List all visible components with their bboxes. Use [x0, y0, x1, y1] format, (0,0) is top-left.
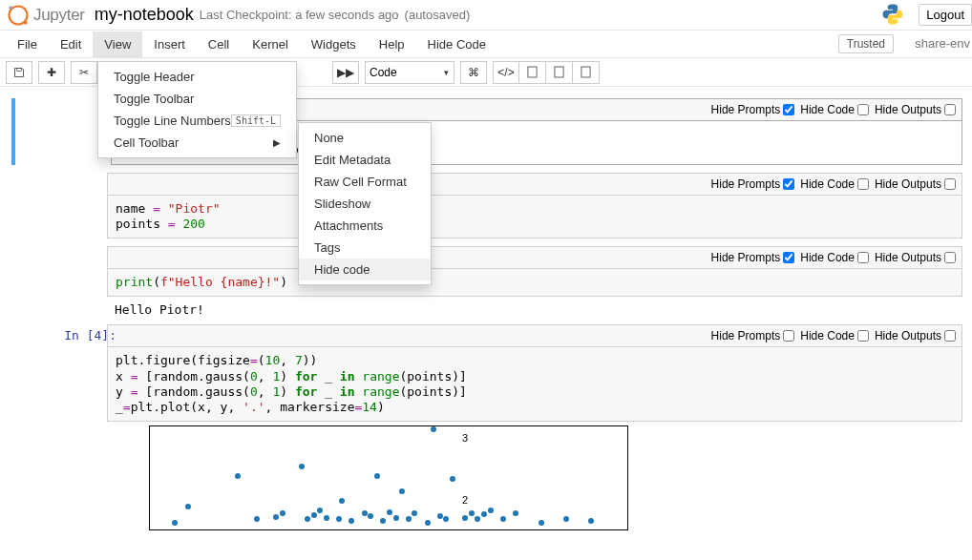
scatter-point	[299, 464, 305, 469]
menu-view[interactable]: View	[93, 31, 142, 57]
hide-code-toggle[interactable]: Hide Code	[800, 329, 869, 342]
code-input[interactable]: print(f"Hello {name}!")	[107, 268, 962, 297]
scatter-point	[339, 498, 345, 504]
hide-outputs-toggle[interactable]: Hide Outputs	[875, 103, 956, 116]
hide-outputs-toggle[interactable]: Hide Outputs	[875, 329, 956, 342]
hide-outputs-toggle[interactable]: Hide Outputs	[875, 251, 956, 264]
ct-attachments[interactable]: Attachments	[299, 215, 431, 237]
scatter-point	[500, 516, 506, 522]
scatter-point	[431, 426, 436, 432]
doc-icon-1[interactable]	[519, 61, 546, 84]
submenu-arrow-icon: ▶	[273, 137, 281, 148]
scatter-point	[450, 476, 455, 482]
scatter-point	[437, 513, 443, 519]
toggle-toolbar-item[interactable]: Toggle Toolbar	[98, 88, 296, 110]
ct-tags[interactable]: Tags	[299, 237, 431, 259]
scatter-point	[336, 516, 342, 522]
autosaved-text: (autosaved)	[405, 8, 471, 22]
add-cell-button[interactable]: ✚	[38, 61, 65, 84]
menu-file[interactable]: File	[6, 31, 49, 57]
python-icon	[880, 2, 905, 27]
hide-prompts-toggle[interactable]: Hide Prompts	[711, 251, 795, 264]
menu-hide-code[interactable]: Hide Code	[416, 31, 497, 57]
hide-prompts-toggle[interactable]: Hide Prompts	[711, 329, 795, 342]
scatter-point	[324, 515, 329, 521]
menu-insert[interactable]: Insert	[142, 31, 197, 57]
scatter-point	[280, 510, 285, 516]
scatter-plot-output: 3 2	[107, 425, 953, 530]
ct-hide-code[interactable]: Hide code	[299, 259, 431, 280]
menu-help[interactable]: Help	[368, 31, 416, 57]
scatter-point	[412, 510, 417, 516]
scatter-point	[425, 520, 431, 526]
svg-point-2	[24, 20, 28, 24]
scatter-point	[406, 516, 412, 522]
code-cell-3[interactable]: Hide Prompts Hide Code Hide Outputs prin…	[11, 246, 962, 322]
svg-rect-4	[528, 67, 537, 77]
kernel-name[interactable]: share-env	[915, 36, 972, 51]
scatter-point	[380, 518, 386, 524]
cell-toolbar-row: Hide Prompts Hide Code Hide Outputs	[107, 173, 962, 195]
scatter-point	[399, 488, 405, 494]
restart-ff-button[interactable]: ▶▶	[332, 61, 359, 84]
menu-cell[interactable]: Cell	[197, 31, 241, 57]
scatter-point	[475, 516, 480, 522]
celltype-select[interactable]: Code	[365, 61, 454, 84]
scatter-point	[488, 508, 494, 513]
cell-toolbar-row: Hide Prompts Hide Code Hide Outputs	[107, 324, 962, 346]
scatter-point	[462, 515, 468, 521]
toggle-header-item[interactable]: Toggle Header	[98, 66, 296, 88]
hide-code-toggle[interactable]: Hide Code	[800, 177, 869, 191]
ct-edit-metadata[interactable]: Edit Metadata	[299, 149, 431, 171]
hide-code-toggle[interactable]: Hide Code	[800, 103, 869, 116]
cell-prompt: In [4]:	[29, 328, 124, 342]
scatter-point	[311, 512, 317, 518]
cell-toolbar-row: Hide Prompts Hide Code Hide Outputs	[107, 246, 962, 268]
scatter-point	[481, 511, 487, 517]
notebook-name[interactable]: my-notebook	[95, 5, 194, 25]
hide-code-toggle[interactable]: Hide Code	[800, 251, 869, 264]
doc-icon-2[interactable]	[546, 61, 573, 84]
logout-button[interactable]: Logout	[919, 4, 972, 26]
command-palette-button[interactable]: ⌘	[460, 61, 487, 84]
doc-icon-3[interactable]	[573, 61, 600, 84]
hide-prompts-toggle[interactable]: Hide Prompts	[711, 177, 795, 191]
code-input[interactable]: name = "Piotr" points = 200	[107, 195, 962, 239]
save-button[interactable]	[6, 61, 32, 84]
hide-outputs-toggle[interactable]: Hide Outputs	[875, 177, 956, 191]
scatter-point	[185, 504, 191, 509]
menu-edit[interactable]: Edit	[49, 31, 93, 57]
ct-raw-cell-format[interactable]: Raw Cell Format	[299, 171, 431, 193]
cell-toolbar-item[interactable]: Cell Toolbar▶	[98, 132, 296, 154]
menu-widgets[interactable]: Widgets	[300, 31, 368, 57]
view-dropdown: Toggle Header Toggle Toolbar Toggle Line…	[97, 61, 297, 158]
menubar: File Edit View Insert Cell Kernel Widget…	[0, 31, 972, 58]
code-cell-2[interactable]: Hide Prompts Hide Code Hide Outputs name…	[11, 173, 962, 239]
cell-toolbar-submenu: None Edit Metadata Raw Cell Format Slide…	[298, 122, 432, 285]
ct-slideshow[interactable]: Slideshow	[299, 193, 431, 215]
checkpoint-text: Last Checkpoint: a few seconds ago	[200, 8, 399, 22]
scatter-point	[513, 510, 518, 516]
scatter-point	[235, 473, 241, 479]
code-tag-icon[interactable]: </>	[493, 61, 519, 84]
scatter-point	[349, 518, 354, 524]
scatter-point	[172, 520, 178, 526]
code-cell-4[interactable]: In [4]: Hide Prompts Hide Code Hide Outp…	[11, 324, 962, 422]
scatter-point	[563, 516, 569, 522]
scatter-point	[374, 473, 380, 479]
trusted-indicator[interactable]: Trusted	[838, 34, 894, 53]
notebook-header: Jupyter my-notebook Last Checkpoint: a f…	[0, 0, 972, 31]
menu-kernel[interactable]: Kernel	[241, 31, 300, 57]
cut-button[interactable]: ✂	[71, 61, 97, 84]
scatter-point	[317, 508, 323, 513]
svg-point-1	[9, 6, 12, 10]
hide-prompts-toggle[interactable]: Hide Prompts	[711, 103, 795, 116]
svg-rect-6	[581, 67, 590, 77]
scatter-point	[539, 520, 544, 526]
toggle-line-numbers-item[interactable]: Toggle Line NumbersShift-L	[98, 110, 296, 132]
scatter-point	[254, 516, 260, 522]
scatter-point	[588, 518, 594, 524]
code-input[interactable]: plt.figure(figsize=(10, 7)) x = [random.…	[107, 346, 962, 422]
jupyter-logo[interactable]: Jupyter	[6, 3, 85, 28]
ct-none[interactable]: None	[299, 127, 431, 149]
